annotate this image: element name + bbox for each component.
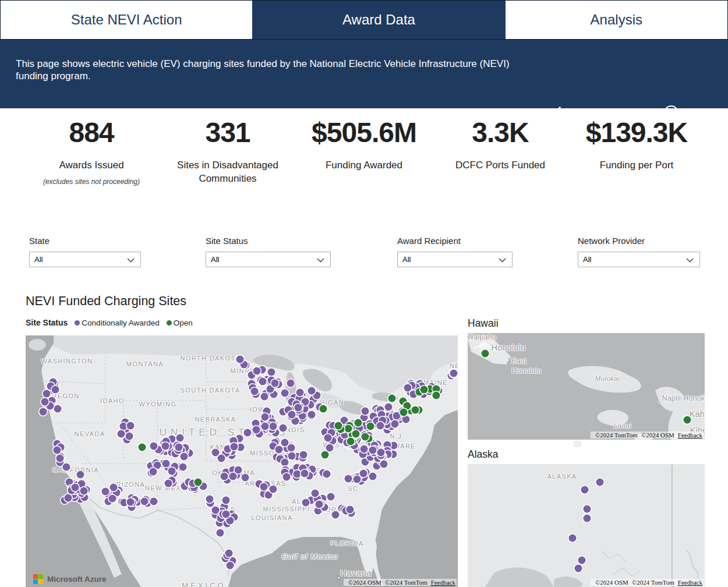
charging-site-dot[interactable] <box>359 469 367 477</box>
charging-site-dot[interactable] <box>229 473 236 480</box>
charging-site-dot[interactable] <box>302 498 309 506</box>
charging-site-dot[interactable] <box>308 387 316 395</box>
charging-site-dot[interactable] <box>321 451 329 459</box>
charging-site-dot[interactable] <box>118 430 125 437</box>
charging-site-dot[interactable] <box>324 434 331 442</box>
charging-site-dot[interactable] <box>260 392 268 400</box>
charging-site-dot[interactable] <box>296 389 303 397</box>
charging-site-dot[interactable] <box>400 408 408 416</box>
charging-site-dot[interactable] <box>119 422 127 430</box>
us-map[interactable]: ©2024 OSM©2024 TomTomFeedback Microsoft … <box>26 335 458 587</box>
charging-site-dot[interactable] <box>288 444 295 451</box>
charging-site-dot[interactable] <box>125 432 133 440</box>
charging-site-dot[interactable] <box>323 471 331 478</box>
charging-site-dot[interactable] <box>269 423 277 430</box>
tab-analysis[interactable]: Analysis <box>506 1 727 39</box>
charging-site-dot[interactable] <box>388 394 395 402</box>
charging-site-dot[interactable] <box>596 479 604 486</box>
feedback-link[interactable]: Feedback <box>431 579 455 586</box>
charging-site-dot[interactable] <box>584 505 591 513</box>
charging-site-dot[interactable] <box>288 411 296 418</box>
charging-site-dot[interactable] <box>391 420 398 427</box>
charging-site-dot[interactable] <box>361 445 368 453</box>
charging-site-dot[interactable] <box>181 452 188 460</box>
charging-site-dot[interactable] <box>315 501 323 508</box>
charging-site-dot[interactable] <box>150 442 158 450</box>
charging-site-dot[interactable] <box>230 443 238 451</box>
charging-site-dot[interactable] <box>253 367 261 375</box>
charging-site-dot[interactable] <box>162 459 170 467</box>
charging-site-dot[interactable] <box>345 425 352 433</box>
charging-site-dot[interactable] <box>236 356 244 363</box>
charging-site-dot[interactable] <box>584 515 591 522</box>
charging-site-dot[interactable] <box>354 476 361 483</box>
charging-site-dot[interactable] <box>217 529 224 537</box>
charging-site-dot[interactable] <box>344 475 352 483</box>
charging-site-dot[interactable] <box>327 493 334 501</box>
charging-site-dot[interactable] <box>385 404 393 411</box>
charging-site-dot[interactable] <box>222 497 229 504</box>
charging-site-dot[interactable] <box>217 454 225 462</box>
charging-site-dot[interactable] <box>139 444 146 451</box>
charging-site-dot[interactable] <box>211 506 219 514</box>
charging-site-dot[interactable] <box>393 412 400 419</box>
charging-site-dot[interactable] <box>377 449 384 457</box>
charging-site-dot[interactable] <box>331 511 339 518</box>
charging-site-dot[interactable] <box>362 407 369 415</box>
charging-site-dot[interactable] <box>65 494 72 501</box>
charging-site-dot[interactable] <box>275 445 282 453</box>
charging-site-dot[interactable] <box>206 495 214 503</box>
charging-site-dot[interactable] <box>109 483 117 491</box>
charging-site-dot[interactable] <box>294 471 301 478</box>
charging-site-dot[interactable] <box>269 486 277 493</box>
charging-site-dot[interactable] <box>226 562 234 570</box>
charging-site-dot[interactable] <box>366 423 374 430</box>
charging-site-dot[interactable] <box>450 370 458 377</box>
charging-site-dot[interactable] <box>195 479 202 486</box>
charging-site-dot[interactable] <box>175 444 183 451</box>
charging-site-dot[interactable] <box>259 378 267 386</box>
charging-site-dot[interactable] <box>281 390 288 397</box>
alaska-map[interactable]: ©2024 OSM©2024 TomTomFeedback ALASKA <box>468 464 705 587</box>
charging-site-dot[interactable] <box>380 461 387 468</box>
charging-site-dot[interactable] <box>369 473 377 480</box>
charging-site-dot[interactable] <box>334 422 342 430</box>
charging-site-dot[interactable] <box>279 424 287 432</box>
charging-site-dot[interactable] <box>412 406 419 414</box>
charging-site-dot[interactable] <box>162 442 169 450</box>
charging-site-dot[interactable] <box>420 386 428 393</box>
charging-site-dot[interactable] <box>244 429 252 437</box>
charging-site-dot[interactable] <box>241 474 249 482</box>
charging-site-dot[interactable] <box>72 484 79 491</box>
charging-site-dot[interactable] <box>312 490 319 497</box>
charging-site-dot[interactable] <box>575 565 582 572</box>
charging-site-dot[interactable] <box>300 451 308 458</box>
charging-site-dot[interactable] <box>168 468 175 475</box>
charging-site-dot[interactable] <box>56 455 64 462</box>
charging-site-dot[interactable] <box>108 494 116 502</box>
charging-site-dot[interactable] <box>433 391 440 399</box>
charging-site-dot[interactable] <box>141 497 149 505</box>
charging-site-dot[interactable] <box>361 433 369 440</box>
charging-site-dot[interactable] <box>355 419 362 427</box>
charging-site-dot[interactable] <box>347 505 354 513</box>
charging-site-dot[interactable] <box>53 446 61 454</box>
charging-site-dot[interactable] <box>404 384 411 391</box>
charging-site-dot[interactable] <box>62 464 70 471</box>
charging-site-dot[interactable] <box>179 464 187 471</box>
charging-site-dot[interactable] <box>52 386 59 394</box>
charging-site-dot[interactable] <box>40 408 47 415</box>
charging-site-dot[interactable] <box>288 452 296 459</box>
charging-site-dot[interactable] <box>320 405 327 413</box>
charging-site-dot[interactable] <box>376 422 384 429</box>
charging-site-dot[interactable] <box>225 549 232 557</box>
charging-site-dot[interactable] <box>287 380 294 387</box>
feedback-link[interactable]: Feedback <box>678 432 702 439</box>
charging-site-dot[interactable] <box>326 444 334 452</box>
charging-site-dot[interactable] <box>581 486 589 494</box>
tab-award-data[interactable]: Award Data <box>252 1 505 39</box>
charging-site-dot[interactable] <box>281 458 288 466</box>
charging-site-dot[interactable] <box>165 480 172 487</box>
charging-site-dot[interactable] <box>281 439 288 446</box>
charging-site-dot[interactable] <box>347 438 355 445</box>
